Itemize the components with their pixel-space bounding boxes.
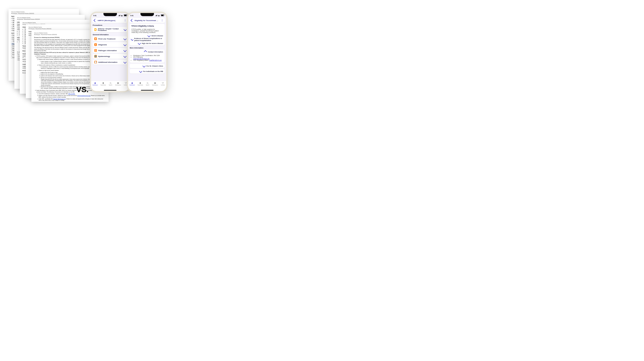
section-header: More Information	[130, 47, 165, 49]
bookmark-icon	[139, 82, 141, 84]
search-icon	[146, 82, 149, 84]
wifi-icon: ◉	[158, 15, 160, 16]
kebab-icon[interactable]: ⋮	[161, 20, 163, 21]
contact-line: CDC Regulatory Affairs: regaffairs@cdc.g…	[133, 59, 163, 61]
svg-point-2	[125, 82, 126, 83]
chat-icon	[117, 82, 119, 84]
more-card[interactable]: For individuals on the IRB	[130, 69, 165, 73]
info-card[interactable]: 🌐 Epidemiology	[93, 54, 128, 59]
tab-search[interactable]: Search	[109, 82, 112, 86]
status-right: ◉	[118, 14, 127, 16]
kebab-icon[interactable]: ⋮	[124, 20, 126, 21]
top-bar: hMPXV (Monkeypox) ⋮	[92, 18, 128, 23]
contact-line: IDS Pharmacy:pharmacy@vesuvius.org	[133, 56, 163, 59]
treatment-icon: ✚	[94, 37, 97, 40]
card-title: TPOXX Eligibility Criteria	[131, 25, 163, 27]
svg-point-7	[162, 82, 163, 83]
home-indicator	[141, 90, 154, 91]
home-indicator	[104, 90, 116, 91]
intro-text: If PCR positive, or high suspicion for m…	[132, 28, 159, 33]
doc-org: Vesuvius Medical Centre	[34, 32, 47, 34]
svg-rect-1	[117, 82, 119, 84]
tab-connect[interactable]: Connect	[161, 82, 165, 86]
connect-icon	[162, 82, 164, 84]
doc-title: Monkeypox: Tecovirimat Process (8/22/22)	[34, 34, 57, 35]
proc-subitem: Order eRX, coordinate with pharmacy@vesu…	[38, 98, 106, 101]
dropdown-label: For St. Chiara's Clinic	[146, 65, 163, 67]
page-title: hMPXV (Monkeypox)	[98, 19, 115, 21]
pharmacy-link[interactable]: pharmacy@vesuvius.org.	[53, 98, 66, 99]
dropdown-row[interactable]: High risk for severe disease	[131, 42, 163, 44]
svg-point-8	[163, 82, 164, 83]
doc-org: Vesuvius Medical Centre	[28, 26, 42, 28]
battery-icon	[161, 14, 164, 16]
phone-mockup-2: 9:41 ◉ Eligibility for Tecovirimat … ⋮ T…	[127, 12, 168, 92]
tab-label: Connect	[161, 84, 165, 86]
doc-org: Vesuvius Medical Centre	[11, 11, 24, 12]
svg-point-0	[110, 82, 111, 84]
status-time: 9:41	[93, 15, 96, 16]
info-card[interactable]: ⚕ Diagnosis	[93, 42, 128, 47]
dropdown-label: For individuals on the IRB	[143, 70, 163, 72]
tab-dashboard[interactable]: Dashboard	[130, 82, 135, 86]
bookmark-icon	[102, 82, 104, 84]
chevron-down-icon	[148, 34, 150, 37]
chevron-down-icon	[124, 60, 126, 64]
back-icon[interactable]	[130, 19, 134, 22]
card-label: Airborne + Droplet + Contact Precautions	[98, 28, 123, 31]
tab-bookmarks[interactable]: Bookmarks	[138, 82, 143, 86]
top-bar: Eligibility for Tecovirimat … ⋮	[129, 18, 165, 23]
card-label: First Line Treatment	[98, 38, 115, 40]
tab-notifications[interactable]: Notifications	[152, 82, 158, 86]
shield-icon: ⛨	[94, 28, 96, 31]
precautions-card[interactable]: ⛨ Airborne + Droplet + Contact Precautio…	[93, 27, 128, 32]
proc-subitem: One 1572 needed per institution, already…	[38, 93, 106, 95]
dropdown-label: Contact Information	[148, 51, 163, 53]
chat-icon	[154, 82, 156, 84]
tab-label: Bookmarks	[100, 84, 106, 86]
irb-link[interactable]: IRB-12-3456.	[68, 93, 75, 94]
contact-body: Monkeypox Care Coordination: Ref 1204 ID…	[131, 54, 163, 62]
tab-label: Notifications	[152, 84, 158, 86]
eligibility-card: TPOXX Eligibility Criteria If PCR positi…	[130, 24, 165, 45]
back-icon[interactable]	[94, 19, 97, 22]
tab-label: Notifications	[115, 84, 121, 86]
signal-icon	[156, 15, 158, 16]
page-title: Eligibility for Tecovirimat …	[135, 19, 158, 21]
chevron-down-icon	[124, 55, 126, 58]
tab-notifications[interactable]: Notifications	[115, 82, 121, 86]
card-label: Epidemiology	[98, 55, 110, 57]
home-icon	[131, 82, 133, 84]
phone-notch	[104, 13, 117, 16]
svg-point-5	[147, 82, 148, 84]
pharmacy-link[interactable]: pharmacy@vesuvius.org	[133, 58, 150, 59]
vs-label: VS.	[76, 85, 89, 94]
dropdown-label: Evidence of illness complications or pat…	[134, 37, 163, 41]
info-card[interactable]: ✚ First Line Treatment	[93, 36, 128, 41]
doc-org: Vesuvius Medical Centre	[22, 22, 36, 23]
dropdown-label: High risk for severe disease	[142, 42, 163, 44]
phone-mockup-1: 9:41 ◉ hMPXV (Monkeypox) ⋮ Precautions ⛨…	[90, 12, 130, 92]
contact-card[interactable]: Contact Information Monkeypox Care Coord…	[130, 49, 165, 63]
note-icon: 📄	[94, 61, 97, 63]
dropdown-row[interactable]: Evidence of illness complications or pat…	[131, 37, 163, 41]
chevron-down-icon	[139, 70, 142, 73]
chevron-down-icon	[124, 28, 126, 31]
info-card[interactable]: 📄 Additional Information	[93, 60, 128, 64]
status-time: 9:41	[130, 15, 134, 16]
cdc-link[interactable]: regaffairs@cdc.gov	[149, 59, 162, 61]
status-right: ◉	[156, 14, 164, 16]
card-body: If PCR positive, or high suspicion for m…	[131, 28, 163, 34]
phone-body: Precautions ⛨ Airborne + Droplet + Conta…	[91, 24, 129, 64]
dropdown-row[interactable]: Severe disease	[131, 34, 163, 37]
tab-dashboard[interactable]: Dashboard	[92, 82, 98, 86]
tab-bar: Dashboard Bookmarks Search Notifications…	[91, 81, 129, 91]
diagnosis-icon: ⚕	[94, 43, 97, 46]
dropdown-label: Severe disease	[152, 35, 163, 37]
info-card[interactable]: ⓘ Pathogen information	[93, 48, 128, 53]
pharmacy-link[interactable]: pharmacy@vesuvius.org.	[78, 95, 91, 96]
tab-search[interactable]: Search	[146, 82, 149, 86]
tab-bookmarks[interactable]: Bookmarks	[100, 82, 106, 86]
more-card[interactable]: For St. Chiara's Clinic	[130, 64, 165, 68]
chevron-up-icon	[144, 50, 147, 53]
